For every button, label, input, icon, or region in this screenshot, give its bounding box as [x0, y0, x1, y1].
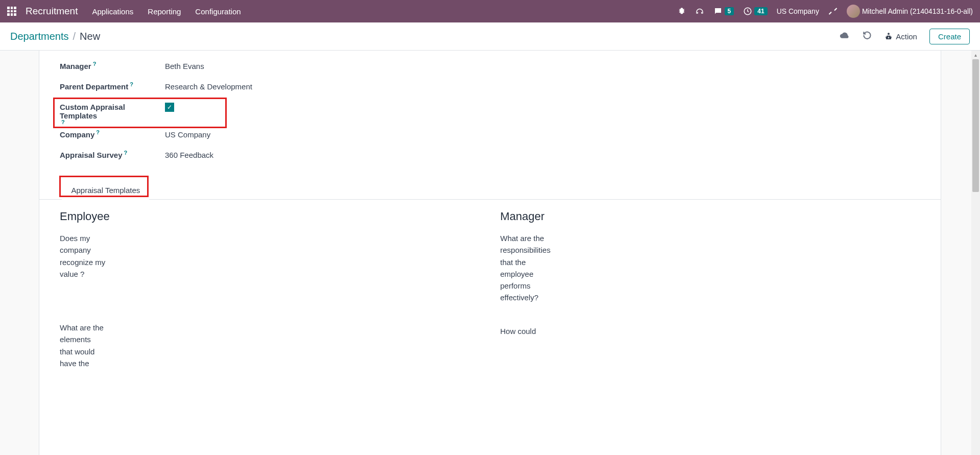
- field-custom-templates-label: Custom Appraisal Templates: [60, 103, 141, 120]
- nav-applications[interactable]: Applications: [92, 7, 133, 16]
- apps-icon[interactable]: [7, 7, 16, 16]
- field-custom-templates: Custom Appraisal Templates? ✓: [60, 102, 920, 129]
- field-company: Company? US Company: [60, 129, 920, 150]
- tab-appraisal-templates[interactable]: Appraisal Templates: [62, 181, 149, 200]
- field-company-value[interactable]: US Company: [165, 130, 210, 139]
- field-manager: Manager? Beth Evans: [60, 61, 920, 81]
- checkbox-checked-icon[interactable]: ✓: [165, 103, 174, 112]
- user-menu[interactable]: Mitchell Admin (21404131-16-0-all): [847, 5, 973, 18]
- field-custom-templates-value[interactable]: ✓: [141, 103, 174, 112]
- subbar-actions: Action Create: [840, 29, 970, 44]
- create-button[interactable]: Create: [929, 29, 970, 44]
- scrollbar-thumb[interactable]: [972, 59, 979, 192]
- manager-q2[interactable]: How could: [500, 325, 546, 337]
- field-appraisal-survey-value[interactable]: 360 Feedback: [165, 151, 213, 159]
- topbar: Recruitment Applications Reporting Confi…: [0, 0, 980, 22]
- manager-title: Manager: [500, 210, 921, 223]
- employee-q2[interactable]: What are the elements that would have th…: [60, 322, 106, 369]
- nav-reporting[interactable]: Reporting: [148, 7, 181, 16]
- action-label: Action: [896, 32, 917, 41]
- subbar: Departments / New Action Create: [0, 22, 980, 51]
- nav-configuration[interactable]: Configuration: [195, 7, 241, 16]
- employee-q1[interactable]: Does my company recognize my value ?: [60, 232, 106, 280]
- action-dropdown[interactable]: Action: [885, 32, 917, 41]
- messages-badge: 5: [725, 7, 734, 15]
- help-icon[interactable]: ?: [130, 81, 133, 87]
- breadcrumb: Departments / New: [10, 31, 100, 42]
- breadcrumb-root[interactable]: Departments: [10, 31, 69, 42]
- company-switcher[interactable]: US Company: [777, 7, 819, 15]
- messages-icon[interactable]: 5: [713, 7, 734, 16]
- field-parent-dept-label: Parent Department: [60, 82, 128, 91]
- employee-column: Employee Does my company recognize my va…: [60, 210, 480, 380]
- activities-icon[interactable]: 41: [743, 7, 767, 16]
- discard-icon[interactable]: [862, 30, 872, 42]
- breadcrumb-sep: /: [73, 31, 76, 42]
- tools-icon[interactable]: [828, 7, 838, 16]
- help-icon[interactable]: ?: [61, 119, 65, 125]
- page-body: Manager? Beth Evans Parent Department? R…: [0, 51, 980, 455]
- field-parent-dept-value[interactable]: Research & Development: [165, 82, 252, 91]
- cloud-save-icon[interactable]: [840, 30, 850, 42]
- form-sheet: Manager? Beth Evans Parent Department? R…: [39, 51, 941, 455]
- scrollbar[interactable]: ▴: [971, 51, 980, 455]
- help-icon[interactable]: ?: [124, 150, 128, 156]
- help-icon[interactable]: ?: [96, 129, 100, 135]
- scroll-up-arrow[interactable]: ▴: [971, 51, 980, 59]
- breadcrumb-current: New: [80, 31, 100, 42]
- manager-column: Manager What are the responsibilities th…: [500, 210, 921, 380]
- employee-title: Employee: [60, 210, 480, 223]
- support-icon[interactable]: [695, 7, 704, 16]
- manager-q1[interactable]: What are the responsibilities that the e…: [500, 232, 546, 304]
- field-manager-label: Manager: [60, 62, 91, 70]
- bug-icon[interactable]: [678, 7, 686, 15]
- fields-block: Manager? Beth Evans Parent Department? R…: [39, 61, 941, 170]
- app-brand[interactable]: Recruitment: [26, 6, 78, 17]
- nav-links: Applications Reporting Configuration: [92, 7, 241, 16]
- tabs: Appraisal Templates: [39, 180, 941, 200]
- avatar: [847, 5, 860, 18]
- template-columns: Employee Does my company recognize my va…: [39, 200, 941, 391]
- field-appraisal-survey-label: Appraisal Survey: [60, 151, 123, 159]
- field-manager-value[interactable]: Beth Evans: [165, 62, 204, 70]
- user-name: Mitchell Admin (21404131-16-0-all): [862, 7, 973, 15]
- field-parent-dept: Parent Department? Research & Developmen…: [60, 81, 920, 102]
- field-company-label: Company: [60, 130, 94, 139]
- activities-badge: 41: [754, 7, 767, 15]
- help-icon[interactable]: ?: [93, 61, 97, 67]
- topbar-right: 5 41 US Company Mitchell Admin (21404131…: [678, 5, 973, 18]
- field-appraisal-survey: Appraisal Survey? 360 Feedback: [60, 150, 920, 170]
